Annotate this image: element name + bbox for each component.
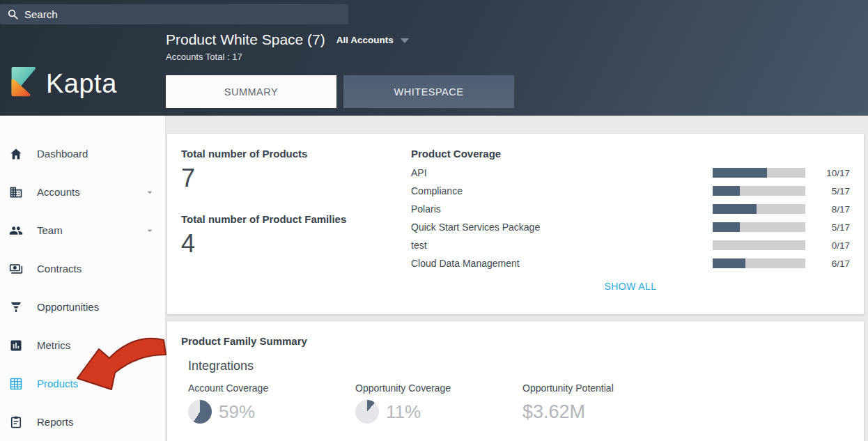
coverage-row: API10/17 (411, 164, 850, 182)
family-name: Integrations (188, 359, 850, 373)
coverage-bar (713, 186, 805, 196)
sidebar-item-label: Contracts (37, 263, 155, 274)
metric-label: Opportunity Potential (522, 382, 690, 394)
product-family-card: Product Family Summary Integrations Acco… (167, 321, 864, 441)
coverage-list: API10/17Compliance5/17Polaris8/17Quick S… (411, 164, 850, 272)
coverage-row: Polaris8/17 (411, 200, 850, 218)
chevron-down-icon (401, 38, 409, 43)
coverage-product-name: test (411, 240, 713, 251)
bar-chart-icon (8, 338, 24, 353)
search-bar[interactable] (0, 4, 348, 24)
sidebar-item-label: Dashboard (37, 148, 155, 160)
metric-value: 59% (219, 401, 255, 423)
coverage-row: Compliance5/17 (411, 182, 850, 200)
tab-summary[interactable]: SUMMARY (166, 75, 336, 108)
page-title: Product White Space (7) (166, 31, 325, 48)
brand-name: Kapta (46, 69, 117, 99)
accounts-filter-dropdown[interactable]: All Accounts (336, 35, 409, 45)
total-families-label: Total number of Product Families (181, 213, 411, 225)
coverage-value: 5/17 (814, 186, 850, 196)
coverage-product-name: Polaris (411, 203, 713, 215)
sidebar-item-reports[interactable]: Reports (0, 403, 165, 441)
red-arrow-annotation (72, 335, 169, 394)
totals-column: Total number of Products 7 Total number … (181, 148, 411, 314)
clipboard-icon (8, 415, 24, 430)
kapta-logo[interactable]: Kapta (6, 65, 117, 102)
table-grid-icon (8, 376, 24, 392)
total-products-label: Total number of Products (181, 148, 411, 160)
family-section: Integrations Account Coverage 59% Opport… (188, 359, 850, 424)
sidebar-item-opportunities[interactable]: Opportunities (0, 288, 165, 326)
coverage-product-name: Compliance (411, 185, 713, 196)
chevron-down-icon[interactable] (144, 225, 155, 236)
payments-icon (8, 261, 24, 277)
product-coverage-column: Product Coverage API10/17Compliance5/17P… (411, 148, 850, 314)
funnel-icon (8, 300, 24, 315)
coverage-row: Quick Start Services Package5/17 (411, 218, 850, 236)
building-icon (8, 185, 24, 200)
account-coverage-pie-chart (188, 400, 212, 424)
accounts-total: Accounts Total : 17 (166, 52, 242, 62)
coverage-value: 5/17 (814, 222, 850, 233)
coverage-bar (713, 240, 805, 250)
metric-opportunity-potential: Opportunity Potential $3.62M (522, 382, 690, 424)
search-input[interactable] (24, 8, 341, 20)
coverage-product-name: Cloud Data Management (411, 258, 713, 269)
metric-opportunity-coverage: Opportunity Coverage 11% (355, 382, 522, 424)
people-icon (8, 223, 24, 238)
coverage-bar (713, 222, 805, 232)
tab-whitespace[interactable]: WHITESPACE (343, 75, 514, 108)
main-content: Total number of Products 7 Total number … (166, 116, 868, 441)
coverage-row: test0/17 (411, 236, 850, 254)
coverage-value: 10/17 (814, 168, 850, 178)
tab-bar: SUMMARY WHITESPACE (166, 75, 514, 108)
coverage-value: 0/17 (814, 240, 850, 251)
coverage-value: 6/17 (814, 258, 850, 269)
home-icon (8, 146, 24, 162)
summary-card: Total number of Products 7 Total number … (167, 134, 864, 314)
magnifier-icon (7, 8, 19, 20)
family-metrics-row: Account Coverage 59% Opportunity Coverag… (188, 382, 850, 424)
family-card-title: Product Family Summary (181, 335, 850, 347)
coverage-product-name: API (411, 167, 713, 178)
accounts-filter-label: All Accounts (336, 35, 394, 45)
sidebar-item-dashboard[interactable]: Dashboard (0, 134, 165, 173)
sidebar-item-contracts[interactable]: Contracts (0, 249, 165, 288)
total-families-value: 4 (181, 229, 411, 258)
kapta-mark-icon (6, 65, 38, 102)
sidebar-item-label: Team (37, 224, 144, 236)
coverage-value: 8/17 (814, 204, 850, 215)
sidebar-item-accounts[interactable]: Accounts (0, 173, 165, 211)
coverage-bar (713, 168, 805, 178)
total-products-value: 7 (181, 164, 411, 192)
coverage-bar (713, 204, 805, 214)
metric-account-coverage: Account Coverage 59% (188, 382, 355, 424)
metric-value: $3.62M (522, 401, 585, 423)
metric-label: Opportunity Coverage (355, 382, 522, 394)
coverage-bar (713, 258, 805, 268)
app-header: Kapta Product White Space (7) All Accoun… (0, 0, 868, 116)
sidebar-item-label: Accounts (37, 186, 144, 198)
sidebar-item-label: Opportunities (37, 301, 155, 313)
chevron-down-icon[interactable] (144, 187, 155, 198)
metric-label: Account Coverage (188, 382, 355, 394)
sidebar-item-team[interactable]: Team (0, 211, 165, 249)
product-white-space-page: Kapta Product White Space (7) All Accoun… (0, 0, 868, 441)
show-all-button[interactable]: SHOW ALL (411, 281, 850, 292)
sidebar-item-label: Reports (37, 416, 155, 428)
product-coverage-title: Product Coverage (411, 148, 850, 160)
opportunity-coverage-pie-chart (355, 400, 379, 424)
coverage-row: Cloud Data Management6/17 (411, 254, 850, 272)
coverage-product-name: Quick Start Services Package (411, 222, 713, 233)
metric-value: 11% (386, 401, 421, 423)
